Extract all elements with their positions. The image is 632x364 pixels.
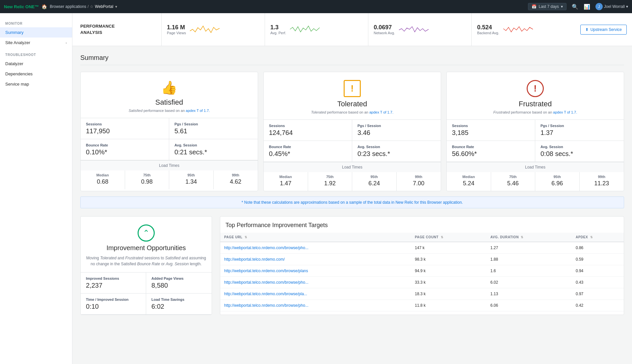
cell-url-3: http://webportal.telco.nrdemo.com/browse… [220,277,411,288]
user-menu[interactable]: J Joel Worrall ▾ [595,3,628,10]
table-row: http://webportal.telco.nrdemo.com/browse… [220,265,624,277]
sidebar-item-site-analyzer[interactable]: Site Analyzer › [0,38,72,48]
frustrated-icon: ! [527,80,544,97]
network-avg-value: 0.0697 [374,24,395,31]
performance-analysis-title: PERFORMANCEANALYSIS [72,23,161,35]
tolerated-load-times-header: Load Times [264,162,441,172]
cell-avg-duration-5: 6.06 [487,300,572,311]
satisfied-median: Median 0.68 [81,170,125,189]
troubleshoot-section-label: TROUBLESHOOT [0,48,72,59]
cell-apdex-5: 0.42 [572,300,624,311]
frustrated-pgs-session: Pgs / Session 1.37 [535,120,624,141]
url-link-5[interactable]: http://webportal.telco.nrdemo.com/browse… [224,303,308,308]
calendar-icon: 📅 [532,4,537,9]
col-apdex[interactable]: APDEX ⇅ [572,233,624,242]
sort-avg-duration-icon: ⇅ [521,236,524,239]
satisfied-p75: 75th 0.98 [125,170,170,189]
sidebar-item-service-map[interactable]: Service map [0,79,72,89]
url-link-2[interactable]: http://webportal.telco.nrdemo.com/browse… [224,269,308,273]
summary-title: Summary [80,54,624,65]
sort-page-url-icon: ⇅ [245,236,248,239]
satisfied-load-times: Median 0.68 75th 0.98 95th 1.34 99th [81,170,258,189]
apdex-cards: 👍 Satisfied Satisfied performance based … [80,72,624,191]
upstream-service-icon: ⬆ [585,27,589,32]
cell-url-1: http://webportal.telco.nrdemo.com/ [220,254,411,265]
network-avg-label: Network Avg. [374,31,395,35]
time-range-selector[interactable]: 📅 Last 7 days ▾ [528,3,566,10]
cell-apdex-2: 0.94 [572,265,624,277]
page-views-value: 1.16 M [167,24,186,31]
sort-page-count-icon: ⇅ [441,236,444,239]
nav-home-icon[interactable]: 🏠 [41,4,47,9]
cell-page-count-0: 147 k [411,242,486,254]
tolerated-apdex-link[interactable]: apdex T of 1.7. [369,110,393,114]
main-layout: MONITOR Summary Site Analyzer › TROUBLES… [0,13,632,364]
approximation-note: * Note that these calculations are appro… [80,196,624,208]
cell-page-count-4: 18.3 k [411,288,486,300]
satisfied-p99: 99th 4.62 [214,170,258,189]
sort-apdex-icon: ⇅ [590,236,593,239]
bottom-section: ⌃ Improvement Opportunities Moving Toler… [80,216,624,315]
tolerated-icon: ! [344,80,361,97]
cell-avg-duration-4: 1.13 [487,288,572,300]
top-performance-panel: Top Performance Improvement Targets PAGE… [220,216,624,315]
content-area: Summary 👍 Satisfied Satisfied performanc… [72,46,632,323]
logo[interactable]: New Relic ONE™ [4,4,39,9]
sidebar-item-dependencies-label: Dependencies [5,71,33,76]
frustrated-load-times-header: Load Times [447,162,624,172]
frustrated-avg-session: Avg. Session 0:08 secs.* [535,141,624,162]
tolerated-title: Tolerated [269,100,435,108]
frustrated-p95: 95th 6.96 [535,172,580,191]
sidebar-item-summary[interactable]: Summary [0,27,72,38]
time-improved-session-stat: Time / Improved Session 0:10 [81,294,146,315]
url-link-0[interactable]: http://webportal.telco.nrdemo.com/browse… [224,246,308,250]
tolerated-bounce-rate: Bounce Rate 0.45%* [264,141,352,162]
col-page-url[interactable]: PAGE URL ⇅ [220,233,411,242]
frustrated-p99: 99th 11.23 [580,172,624,191]
table-row: http://webportal.telco.nrdemo.com/browse… [220,277,624,288]
satisfied-pgs-session: Pgs / Session 5.61 [169,118,258,139]
col-page-count[interactable]: PAGE COUNT ⇅ [411,233,486,242]
monitor-section-label: MONITOR [0,16,72,27]
search-icon[interactable]: 🔍 [572,4,578,10]
user-avatar: J [595,3,603,10]
frustrated-stats: Sessions 3,185 Pgs / Session 1.37 Bounce… [447,119,624,162]
frustrated-p75: 75th 5.46 [491,172,536,191]
backend-avg-metric: 0.524 Backend Avg. [471,13,575,46]
frustrated-apdex-link[interactable]: apdex T of 1.7. [553,110,577,114]
cell-apdex-3: 0.43 [572,277,624,288]
sidebar: MONITOR Summary Site Analyzer › TROUBLES… [0,13,72,364]
avg-perf-value: 1.3 [270,24,286,31]
chart-icon[interactable]: 📊 [584,4,590,10]
sidebar-item-datalyzer-label: Datalyzer [5,61,23,66]
satisfied-avg-session: Avg. Session 0:21 secs.* [169,139,258,160]
url-link-1[interactable]: http://webportal.telco.nrdemo.com/ [224,257,285,262]
load-time-savings-stat: Load Time Savings 6:02 [146,294,212,315]
network-avg-chart [399,23,466,36]
breadcrumb-app[interactable]: Browser applications [50,4,86,9]
frustrated-median: Median 5.24 [447,172,491,191]
col-avg-duration[interactable]: AVG. DURATION ⇅ [487,233,572,242]
tolerated-p95: 95th 6.24 [352,172,397,191]
sidebar-item-dependencies[interactable]: Dependencies [0,69,72,79]
sidebar-item-summary-label: Summary [5,30,24,35]
backend-avg-value: 0.524 [477,24,499,31]
url-link-4[interactable]: http://webportal.telco.nrdemo.com/browse… [224,292,307,296]
cell-url-5: http://webportal.telco.nrdemo.com/browse… [220,300,411,311]
satisfied-desc: Satisfied performance based on an apdex … [86,109,252,113]
sidebar-item-datalyzer[interactable]: Datalyzer [0,59,72,69]
avg-perf-metric: 1.3 Avg. Perf. [265,13,368,46]
top-performance-table: PAGE URL ⇅ PAGE COUNT ⇅ AVG. DURATION ⇅ [220,233,624,311]
upstream-service-button[interactable]: ⬆ Upstream Service [580,25,627,35]
star-icon[interactable]: ☆ [90,4,93,9]
satisfied-apdex-link[interactable]: apdex T of 1.7. [186,109,210,113]
url-link-3[interactable]: http://webportal.telco.nrdemo.com/browse… [224,280,308,285]
dropdown-icon[interactable]: ▼ [115,5,118,9]
satisfied-card: 👍 Satisfied Satisfied performance based … [80,72,258,191]
table-row: http://webportal.telco.nrdemo.com/browse… [220,300,624,311]
tolerated-sessions: Sessions 124,764 [264,120,352,141]
sidebar-item-site-analyzer-label: Site Analyzer [5,40,30,45]
backend-avg-chart [503,23,570,36]
tolerated-header: ! Tolerated Tolerated performance based … [264,72,441,119]
cell-apdex-4: 0.97 [572,288,624,300]
